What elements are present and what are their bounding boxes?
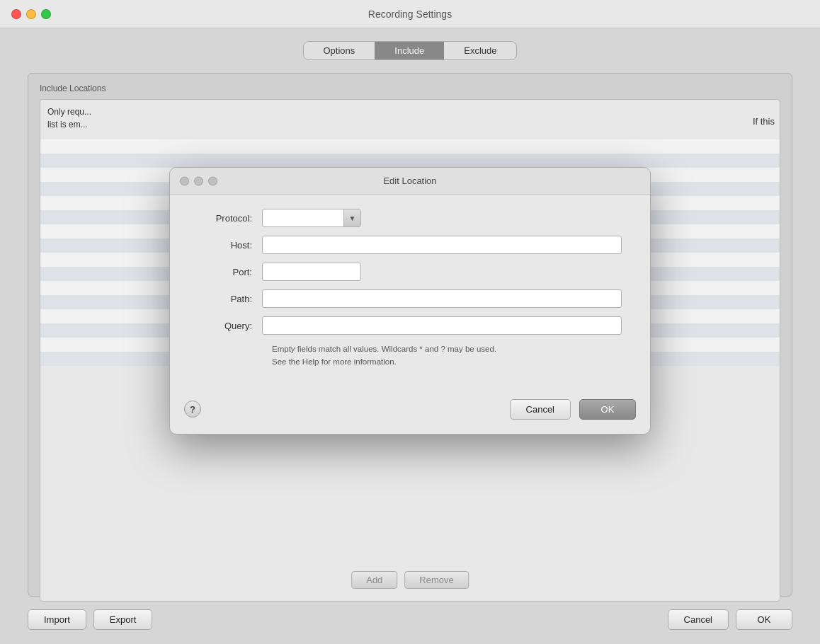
path-label: Path: — [198, 294, 262, 304]
port-input[interactable] — [262, 263, 361, 281]
info-text: Empty fields match all values. Wildcards… — [272, 343, 622, 368]
protocol-row: Protocol: http https ftp ▼ — [198, 209, 622, 227]
dialog-window-controls — [180, 176, 217, 185]
bottom-bar: Import Export Cancel OK — [28, 609, 792, 630]
dialog-title: Edit Location — [383, 176, 436, 186]
dialog-body: Protocol: http https ftp ▼ Host: — [170, 195, 650, 399]
ok-button[interactable]: OK — [736, 609, 792, 630]
path-row: Path: — [198, 289, 622, 308]
dialog-maximize-button[interactable] — [208, 176, 217, 185]
dialog-footer: ? Cancel OK — [170, 399, 650, 434]
include-locations-label: Include Locations — [40, 84, 780, 93]
title-bar: Recording Settings — [0, 0, 820, 28]
dialog-ok-button[interactable]: OK — [579, 399, 636, 420]
protocol-select[interactable]: http https ftp — [263, 213, 360, 224]
host-row: Host: — [198, 236, 622, 254]
close-button[interactable] — [11, 9, 21, 19]
dialog-footer-right: Cancel OK — [510, 399, 636, 420]
path-control — [262, 289, 622, 308]
table-row — [40, 139, 780, 154]
query-input[interactable] — [262, 316, 622, 335]
minimize-button[interactable] — [26, 9, 36, 19]
window-controls — [11, 9, 51, 19]
cancel-button[interactable]: Cancel — [668, 609, 729, 630]
remove-button[interactable]: Remove — [404, 571, 468, 589]
bottom-right-buttons: Cancel OK — [668, 609, 792, 630]
host-input[interactable] — [262, 236, 622, 254]
tab-bar: Options Include Exclude — [303, 41, 518, 60]
table-row — [40, 154, 780, 168]
tab-include[interactable]: Include — [375, 42, 444, 59]
maximize-button[interactable] — [41, 9, 51, 19]
dialog-close-button[interactable] — [180, 176, 189, 185]
dialog-cancel-button[interactable]: Cancel — [510, 399, 571, 420]
window-title: Recording Settings — [368, 8, 452, 20]
if-this-text: If this — [753, 116, 775, 127]
host-control — [262, 236, 622, 254]
port-row: Port: — [198, 263, 622, 281]
import-button[interactable]: Import — [28, 609, 86, 630]
port-control — [262, 263, 622, 281]
query-label: Query: — [198, 321, 262, 331]
add-remove-bar: Add Remove — [351, 571, 469, 589]
edit-location-dialog: Edit Location Protocol: http https ftp ▼ — [169, 167, 651, 435]
dialog-minimize-button[interactable] — [194, 176, 203, 185]
query-control — [262, 316, 622, 335]
dialog-title-bar: Edit Location — [170, 168, 650, 195]
protocol-control: http https ftp ▼ — [262, 209, 622, 227]
port-label: Port: — [198, 267, 262, 277]
host-label: Host: — [198, 240, 262, 251]
path-input[interactable] — [262, 289, 622, 308]
export-button[interactable]: Export — [93, 609, 153, 630]
table-description: Only requ... list is em... — [40, 100, 780, 137]
protocol-select-wrapper[interactable]: http https ftp ▼ — [262, 209, 361, 227]
protocol-label: Protocol: — [198, 213, 262, 224]
bottom-left-buttons: Import Export — [28, 609, 152, 630]
tab-exclude[interactable]: Exclude — [444, 42, 516, 59]
help-button[interactable]: ? — [184, 401, 201, 418]
tab-options[interactable]: Options — [304, 42, 375, 59]
add-button[interactable]: Add — [351, 571, 397, 589]
query-row: Query: — [198, 316, 622, 335]
